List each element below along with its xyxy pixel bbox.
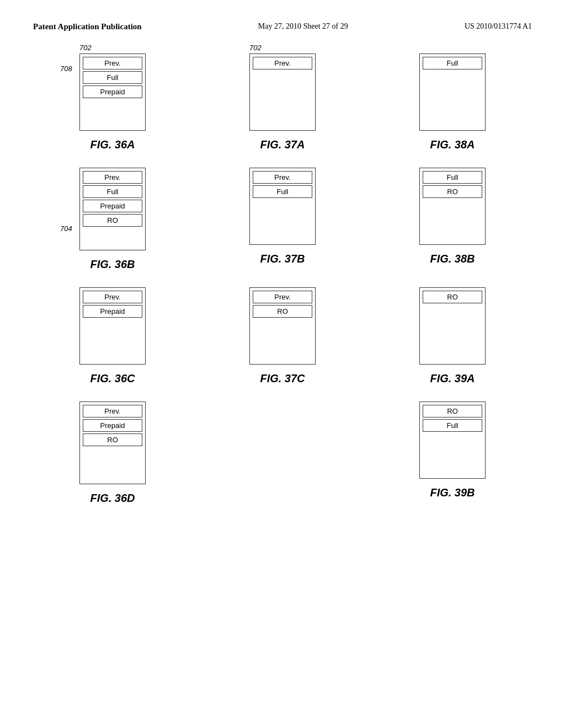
fig37b-label: FIG. 37B: [260, 253, 305, 265]
ro-btn-36d: RO: [83, 433, 142, 446]
figure-36c-group: Prev. Prepaid FIG. 36C: [79, 287, 146, 385]
full-btn-38b: Full: [423, 171, 482, 184]
patent-number: US 2010/0131774 A1: [465, 22, 532, 31]
fig38b-label: FIG. 38B: [430, 253, 475, 265]
full-btn-39b: Full: [423, 419, 482, 432]
full-btn-36b: Full: [83, 185, 142, 198]
prev-btn-36d: Prev.: [83, 405, 142, 417]
ro-btn-39a: RO: [423, 291, 482, 303]
fig39a-box: RO: [419, 287, 486, 365]
prev-btn-37a: Prev.: [253, 57, 312, 69]
fig36b-label: FIG. 36B: [90, 258, 135, 271]
fig39b-label: FIG. 39B: [430, 486, 475, 499]
figure-36b-group: 704 Prev. Full Prepaid RO FIG. 36B: [79, 168, 146, 271]
figure-38b-group: Full RO FIG. 38B: [419, 168, 486, 265]
figure-39a-group: RO FIG. 39A: [419, 287, 486, 385]
fig39b-box: RO Full: [419, 402, 486, 479]
ro-btn-39b: RO: [423, 405, 482, 417]
fig37c-box: Prev. RO: [249, 287, 316, 365]
fig38a-box: Full: [419, 53, 486, 131]
fig36c-box: Prev. Prepaid: [79, 287, 146, 365]
prepaid-btn-36c: Prepaid: [83, 305, 142, 318]
fig36a-label: FIG. 36A: [90, 138, 135, 151]
fig36d-box: Prev. Prepaid RO: [79, 402, 146, 484]
fig36c-label: FIG. 36C: [90, 372, 135, 385]
figure-37b-group: Prev. Full FIG. 37B: [249, 168, 316, 265]
prev-btn-36c: Prev.: [83, 291, 142, 303]
prev-btn-37c: Prev.: [253, 291, 312, 303]
prepaid-btn-36a: Prepaid: [83, 85, 142, 98]
figure-36a-group: 702 708 Prev. Full Prepaid FIG. 36A: [79, 53, 146, 151]
full-btn-36a: Full: [83, 71, 142, 84]
sheet-info: May 27, 2010 Sheet 27 of 29: [258, 22, 348, 31]
fig36b-box: Prev. Full Prepaid RO: [79, 168, 146, 250]
figure-39b-group: RO Full FIG. 39B: [419, 402, 486, 499]
figure-36d-group: Prev. Prepaid RO FIG. 36D: [79, 402, 146, 505]
figure-38a-group: Full FIG. 38A: [419, 53, 486, 151]
figure-37a-group: 702 Prev. FIG. 37A: [249, 53, 316, 151]
fig36a-box: Prev. Full Prepaid: [79, 53, 146, 131]
publication-title: Patent Application Publication: [33, 22, 142, 31]
full-btn-37b: Full: [253, 185, 312, 198]
annotation-702-37a: 702: [249, 44, 262, 52]
fig38a-label: FIG. 38A: [430, 138, 475, 151]
annotation-704-36b: 704: [60, 224, 72, 233]
prepaid-btn-36b: Prepaid: [83, 200, 142, 212]
ro-btn-38b: RO: [423, 185, 482, 198]
prev-btn-37b: Prev.: [253, 171, 312, 184]
figure-37c-group: Prev. RO FIG. 37C: [249, 287, 316, 385]
fig37c-label: FIG. 37C: [260, 372, 305, 385]
prepaid-btn-36d: Prepaid: [83, 419, 142, 432]
fig37b-box: Prev. Full: [249, 168, 316, 245]
ro-btn-37c: RO: [253, 305, 312, 318]
figures-grid: 702 708 Prev. Full Prepaid FIG. 36A 702 …: [0, 42, 565, 516]
fig36d-label: FIG. 36D: [90, 492, 135, 505]
prev-btn-36a: Prev.: [83, 57, 142, 69]
ro-btn-36b: RO: [83, 214, 142, 227]
full-btn-38a: Full: [423, 57, 482, 69]
fig37a-box: Prev.: [249, 53, 316, 131]
fig38b-box: Full RO: [419, 168, 486, 245]
prev-btn-36b: Prev.: [83, 171, 142, 184]
fig37a-label: FIG. 37A: [260, 138, 305, 151]
fig39a-label: FIG. 39A: [430, 372, 475, 385]
